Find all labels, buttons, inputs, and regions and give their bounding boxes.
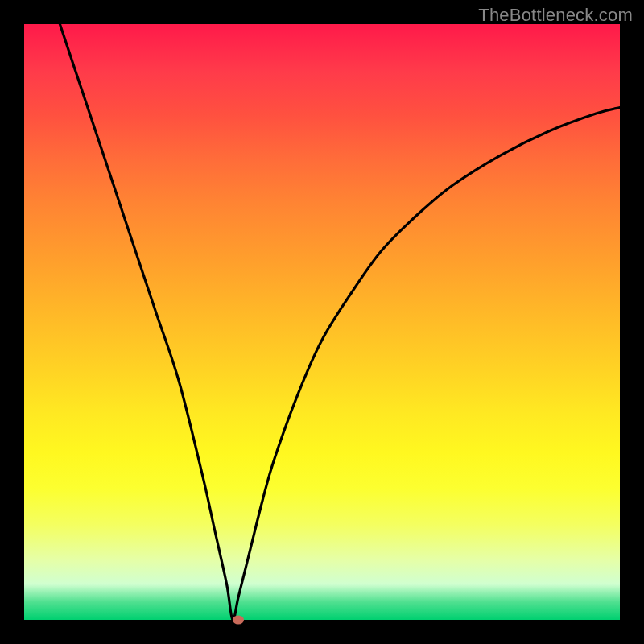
plot-area (24, 24, 620, 620)
curve-svg (24, 24, 620, 620)
optimal-marker (233, 616, 244, 625)
watermark-text: TheBottleneck.com (478, 5, 633, 26)
chart-frame: TheBottleneck.com (0, 0, 644, 644)
bottleneck-curve (60, 24, 620, 620)
